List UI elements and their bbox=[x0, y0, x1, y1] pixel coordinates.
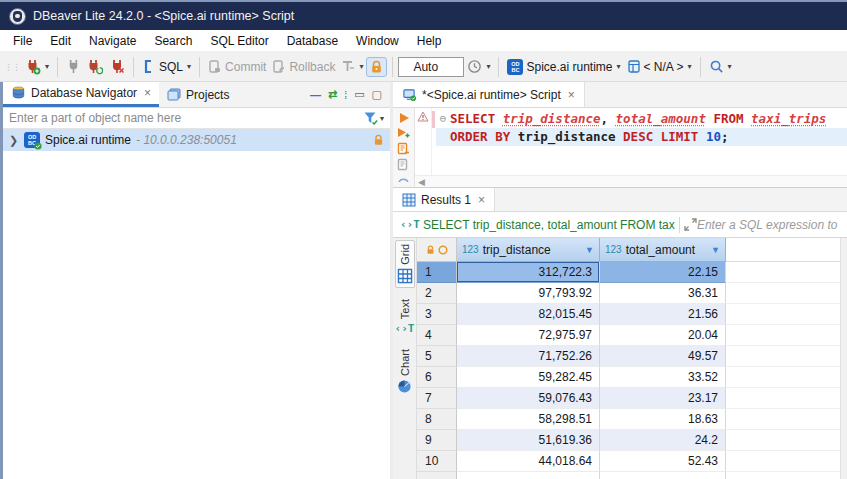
grid-vscrollbar[interactable] bbox=[840, 238, 847, 479]
tx-history-button[interactable]: ▾ bbox=[464, 57, 493, 76]
cell-total-amount[interactable]: 52.43 bbox=[600, 451, 726, 472]
cell-trip-distance[interactable]: 72,975.97 bbox=[457, 325, 600, 346]
tab-database-navigator[interactable]: Database Navigator × bbox=[3, 82, 159, 107]
transaction-log-button[interactable]: ▾ bbox=[338, 57, 366, 76]
cell-total-amount[interactable]: 20.04 bbox=[600, 325, 726, 346]
filter-funnel-icon[interactable] bbox=[363, 111, 379, 125]
cell-total-amount[interactable]: 22.15 bbox=[600, 262, 726, 283]
auto-commit-toggle[interactable] bbox=[366, 57, 387, 77]
row-number-cell[interactable]: 8 bbox=[417, 409, 457, 430]
expand-filter-icon[interactable] bbox=[684, 218, 697, 231]
column-filter-icon[interactable]: ▼ bbox=[711, 245, 720, 255]
cell-trip-distance[interactable]: 59,282.45 bbox=[457, 367, 600, 388]
cell-trip-distance[interactable]: 44,018.64 bbox=[457, 451, 600, 472]
tab-chart[interactable]: Chart bbox=[396, 346, 413, 397]
cell-trip-distance[interactable]: 312,722.3 bbox=[457, 262, 600, 283]
menu-file[interactable]: File bbox=[4, 32, 41, 50]
minimize-view-icon[interactable]: ▭ bbox=[354, 88, 364, 101]
menu-edit[interactable]: Edit bbox=[41, 32, 80, 50]
tab-results-1[interactable]: Results 1 × bbox=[393, 188, 495, 211]
script-options-icon[interactable] bbox=[397, 158, 410, 171]
cell-total-amount[interactable]: 23.17 bbox=[600, 388, 726, 409]
cell-trip-distance[interactable]: 71,752.26 bbox=[457, 346, 600, 367]
new-sql-editor-button[interactable]: SQL ▾ bbox=[139, 57, 194, 76]
link-editor-icon[interactable]: ⇄ bbox=[328, 88, 337, 101]
tab-text[interactable]: Text ‹›T bbox=[391, 296, 419, 338]
row-number-cell[interactable]: 7 bbox=[417, 388, 457, 409]
rollback-button[interactable]: Rollback bbox=[269, 57, 338, 76]
cell-total-amount[interactable] bbox=[600, 472, 726, 479]
tree-item-connection[interactable]: ❯ ODBC Spice.ai runtime - 10.0.0.238:500… bbox=[3, 129, 390, 151]
view-menu-icon[interactable]: ⁞ bbox=[344, 89, 347, 101]
row-number-cell[interactable]: 6 bbox=[417, 367, 457, 388]
close-icon[interactable]: × bbox=[566, 88, 575, 102]
expand-chevron-icon[interactable]: ❯ bbox=[9, 134, 19, 147]
cell-trip-distance[interactable] bbox=[457, 472, 600, 479]
menu-sql-editor[interactable]: SQL Editor bbox=[201, 32, 277, 50]
code-token: , bbox=[601, 111, 616, 126]
close-icon[interactable]: × bbox=[476, 193, 485, 207]
grid-corner[interactable] bbox=[417, 238, 457, 262]
cell-total-amount[interactable]: 18.63 bbox=[600, 409, 726, 430]
tab-label: *<Spice.ai runtime> Script bbox=[422, 88, 561, 102]
row-number-cell[interactable]: 9 bbox=[417, 430, 457, 451]
cell-trip-distance[interactable]: 59,076.43 bbox=[457, 388, 600, 409]
maximize-view-icon[interactable]: ▢ bbox=[372, 88, 382, 101]
tx-mode-select[interactable]: Auto bbox=[398, 57, 464, 77]
search-button[interactable]: ▾ bbox=[706, 57, 735, 76]
cell-trip-distance[interactable]: 82,015.45 bbox=[457, 304, 600, 325]
row-number-cell[interactable]: 2 bbox=[417, 283, 457, 304]
filter-separator bbox=[679, 217, 680, 233]
column-header-total-amount[interactable]: 123 total_amount ▼ bbox=[600, 238, 726, 262]
row-number-cell[interactable]: 3 bbox=[417, 304, 457, 325]
explain-plan-icon[interactable] bbox=[397, 174, 410, 182]
row-number-cell[interactable]: 4 bbox=[417, 325, 457, 346]
close-icon[interactable]: × bbox=[142, 86, 151, 100]
fold-marker-icon[interactable]: ⊖ bbox=[436, 110, 450, 128]
row-number-cell[interactable]: 1 bbox=[417, 262, 457, 283]
connection-selector[interactable]: ODBC Spice.ai runtime ▾ bbox=[504, 57, 623, 77]
row-number-cell[interactable] bbox=[417, 472, 457, 479]
cell-total-amount[interactable]: 24.2 bbox=[600, 430, 726, 451]
reconnect-button[interactable] bbox=[84, 57, 106, 77]
cell-total-amount[interactable]: 49.57 bbox=[600, 346, 726, 367]
cell-total-amount[interactable]: 33.52 bbox=[600, 367, 726, 388]
grid-icon bbox=[397, 268, 413, 284]
row-number-cell[interactable]: 10 bbox=[417, 451, 457, 472]
warning-icon[interactable] bbox=[417, 111, 429, 122]
sql-expression-input[interactable]: Enter a SQL expression to bbox=[697, 218, 843, 232]
cell-total-amount[interactable]: 21.56 bbox=[600, 304, 726, 325]
table-row: 4 72,975.97 20.04 bbox=[417, 325, 847, 346]
row-number-cell[interactable]: 5 bbox=[417, 346, 457, 367]
new-connection-button[interactable]: ▾ bbox=[22, 57, 52, 77]
menu-navigate[interactable]: Navigate bbox=[80, 32, 145, 50]
menu-database[interactable]: Database bbox=[278, 32, 347, 50]
scroll-left-icon[interactable]: ◀ bbox=[415, 177, 425, 187]
projects-icon bbox=[167, 88, 181, 101]
disconnect-button[interactable] bbox=[106, 57, 128, 77]
connect-button[interactable] bbox=[63, 57, 84, 76]
chevron-down-icon[interactable]: ▾ bbox=[379, 114, 384, 123]
execute-script-icon[interactable] bbox=[397, 142, 410, 155]
column-filter-icon[interactable]: ▼ bbox=[585, 245, 594, 255]
cell-trip-distance[interactable]: 58,298.51 bbox=[457, 409, 600, 430]
cell-trip-distance[interactable]: 51,619.36 bbox=[457, 430, 600, 451]
collapse-all-icon[interactable]: — bbox=[310, 89, 321, 101]
execute-statement-icon[interactable] bbox=[398, 112, 410, 124]
object-filter-input[interactable] bbox=[9, 111, 363, 125]
menu-help[interactable]: Help bbox=[408, 32, 451, 50]
schema-selector[interactable]: < N/A > ▾ bbox=[624, 57, 695, 76]
navigator-toolbar: — ⇄ ⁞ ▭ ▢ bbox=[310, 82, 390, 107]
tab-projects[interactable]: Projects bbox=[159, 82, 237, 107]
cell-total-amount[interactable]: 36.31 bbox=[600, 283, 726, 304]
sql-editor[interactable]: ⊖SELECT trip_distance, total_amount FROM… bbox=[393, 108, 847, 188]
menu-search[interactable]: Search bbox=[145, 32, 201, 50]
editor-hscrollbar[interactable]: ◀ bbox=[415, 175, 847, 187]
tab-grid[interactable]: Grid bbox=[395, 240, 415, 288]
menu-window[interactable]: Window bbox=[347, 32, 408, 50]
cell-trip-distance[interactable]: 97,793.92 bbox=[457, 283, 600, 304]
commit-button[interactable]: Commit bbox=[205, 57, 269, 76]
tab-sql-script[interactable]: *<Spice.ai runtime> Script × bbox=[393, 82, 585, 107]
column-header-trip-distance[interactable]: 123 trip_distance ▼ bbox=[457, 238, 600, 262]
execute-new-tab-icon[interactable] bbox=[397, 127, 411, 139]
